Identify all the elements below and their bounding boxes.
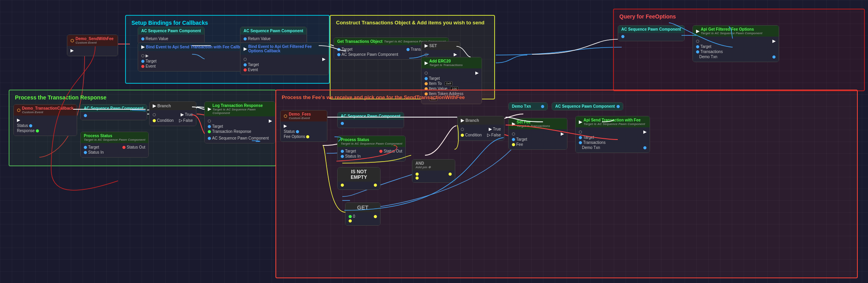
group-construct-title: Construct Transactions Object & Add item…	[334, 19, 491, 26]
node-branch1: ▶ Branch True▶ Condition False▷	[149, 101, 196, 126]
group-setup: Setup Bindings for Callbacks AC Sequence…	[125, 15, 330, 84]
group-process-fees: Process the Fee's we receive and pick on…	[275, 90, 858, 278]
group-process-response-title: Process the Transaction Response	[13, 94, 272, 101]
node-title: AC Sequence Pawn Component	[141, 29, 201, 33]
node-subtitle: Target is AC Sequence Pawn Component	[212, 108, 272, 115]
node-header: ▶ SET	[421, 42, 460, 50]
node-header: IS NOTEMPTY	[338, 167, 380, 182]
node-ac-comp-setup2: AC Sequence Pawn Component Return Value	[240, 27, 307, 44]
pin-label: Fee	[516, 142, 523, 147]
node-body	[81, 112, 147, 120]
pin-label: Status	[284, 129, 295, 134]
node-process-status2: Process Status Target is AC Sequence Paw…	[337, 136, 406, 162]
node-title: Demo_TransactionCallback	[22, 106, 74, 110]
node-api-send-with-fee: ▶ Api Send Transaction with Fee Target i…	[575, 116, 650, 153]
node-ac-comp-setup1: AC Sequence Pawn Component Return Value	[138, 27, 205, 44]
node-title: SET	[429, 44, 437, 48]
pin-label: Status Out	[127, 145, 145, 149]
node-title: Demo Txn	[512, 104, 531, 108]
node-header: ▶ Api Get Filtered Fee Options Target is…	[693, 26, 779, 37]
node-subtitle: Add pin ⊕	[416, 165, 431, 169]
node-title: Branch	[465, 118, 479, 123]
pin-label: Status	[17, 123, 28, 128]
node-title: Api Send Transaction with Fee	[584, 118, 645, 122]
icon-lightning: ⬡	[70, 39, 74, 43]
pin-label: Event	[146, 64, 156, 68]
pin-label: Target	[583, 135, 594, 140]
pin-label: Event	[248, 68, 258, 72]
node-body: Target Status Out Status In	[338, 147, 405, 161]
node-title: IS NOTEMPTY	[351, 169, 367, 180]
node-demo-txn-fees: Demo Txn	[508, 102, 548, 110]
node-subtitle: Target is Transactions	[429, 63, 463, 67]
pin-label: Target	[212, 124, 223, 129]
node-header: ⬡ Demo_Fees Custom Event	[281, 110, 327, 121]
node-header: AC Sequence Pawn Component	[81, 105, 147, 112]
pin-label: Status In	[88, 150, 103, 154]
node-branch2: ▶ Branch True▶ Condition False▷	[457, 116, 504, 141]
node-title: AC Sequence Pawn Component	[555, 104, 615, 108]
pin-label: Response	[17, 129, 35, 133]
node-header: ⬡ Demo_TransactionCallback Custom Event	[14, 105, 77, 116]
node-header: Process Status Target is AC Sequence Paw…	[338, 136, 405, 147]
pin-label: Condition	[157, 118, 174, 123]
node-title: Add ERC20	[429, 59, 463, 63]
node-title: AC Sequence Pawn Component	[621, 27, 681, 31]
pin-label: ▶	[146, 53, 149, 58]
node-set-fee: ▶ Set Fee Target is Transactions ▶ Targe…	[508, 118, 567, 150]
node-body: 0	[345, 212, 380, 225]
node-title: Set Fee	[517, 120, 550, 124]
pin-label: Status In	[345, 154, 360, 158]
node-header: AND Add pin ⊕	[412, 160, 455, 171]
node-header: AC Sequence Pawn Component	[240, 27, 307, 35]
node-title: Bind Event to Api Send Transaction with …	[146, 45, 247, 49]
node-title: AC Sequence Pawn Component	[244, 29, 303, 33]
node-demo-send-with-fee: ⬡ Demo_SendWithFee Custom Event ▶	[67, 35, 118, 56]
node-title: Process Status	[341, 138, 402, 142]
node-header: ▶ Set Fee Target is Transactions	[509, 118, 567, 129]
node-body: ▶	[67, 46, 118, 56]
node-body	[338, 120, 404, 128]
pin-label: Target	[700, 44, 711, 49]
node-header: ⬡ Demo_SendWithFee Custom Event	[67, 35, 118, 46]
node-ac-fees-right: AC Sequence Pawn Component	[552, 102, 623, 110]
pin-label: Demo Txn	[699, 55, 717, 59]
node-header: ▶ Branch	[458, 116, 504, 125]
pin-label: Transactions	[700, 50, 723, 54]
pin-label: False	[183, 118, 193, 123]
pin-label: Demo Txn	[582, 145, 600, 150]
group-process-response: Process the Transaction Response ⬡ Demo_…	[9, 90, 276, 166]
node-bind-filtered: ▶ Bind Event to Api Get Filtered Fee Opt…	[240, 42, 329, 75]
node-body	[618, 33, 684, 41]
node-body	[338, 182, 380, 189]
pin-label: Fee Options	[284, 134, 305, 139]
pin-label: Return Value	[248, 37, 271, 41]
pin-label: True	[493, 127, 501, 131]
node-body: ▶ Target Transaction Response AC Sequenc…	[205, 116, 275, 143]
node-title: Demo_SendWithFee	[76, 37, 114, 41]
node-title: Branch	[157, 104, 171, 108]
node-bind-send: ▶ Bind Event to Api Send Transaction wit…	[138, 42, 250, 72]
node-subtitle: Target is AC Sequence Pawn Component	[701, 31, 762, 35]
node-body: ▶ ▶ Target Event	[138, 51, 250, 71]
node-header: GET	[345, 203, 380, 212]
pin-label: Status Out	[384, 149, 402, 153]
node-body: True▶ Condition False▷	[150, 110, 196, 126]
pin-label: AC Sequence Pawn Component	[342, 52, 398, 57]
pin-label: Condition	[465, 133, 482, 137]
group-process-fees-title: Process the Fee's we receive and pick on…	[279, 94, 854, 101]
node-log-txn: ▶ Log Transaction Response Target is AC …	[204, 101, 275, 143]
node-body: ▶ Status Response	[14, 116, 77, 136]
node-title: AC Sequence Pawn Component	[341, 114, 401, 118]
node-demo-txn-callback: ⬡ Demo_TransactionCallback Custom Event …	[13, 104, 77, 136]
node-subtitle: Target is AC Sequence Pawn Component	[341, 142, 402, 145]
node-subtitle: Custom Event	[76, 41, 114, 44]
node-title: Demo_Fees	[289, 112, 311, 116]
node-ac-response: AC Sequence Pawn Component	[80, 104, 147, 120]
node-header: AC Sequence Pawn Component	[338, 112, 404, 120]
node-header: Demo Txn	[509, 103, 547, 110]
node-header: ▶ Log Transaction Response Target is AC …	[205, 102, 275, 116]
pin-label: Transactions	[583, 140, 606, 145]
node-title: Process Status	[84, 134, 145, 138]
pin-label: Return Value	[146, 37, 168, 41]
